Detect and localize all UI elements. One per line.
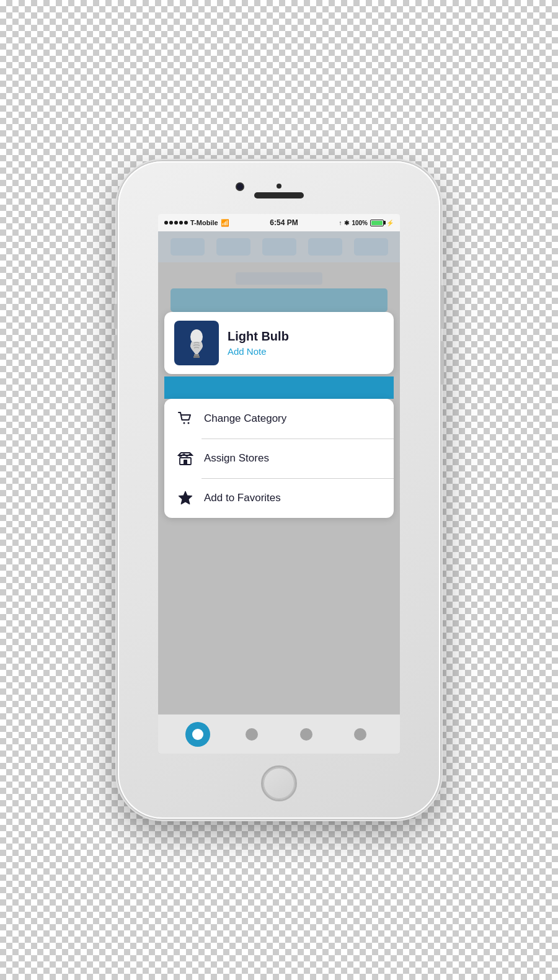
svg-point-5 xyxy=(188,422,190,424)
carrier-label: T-Mobile xyxy=(190,219,218,226)
store-icon xyxy=(177,450,194,467)
svg-point-4 xyxy=(184,422,185,424)
battery-percent: 100% xyxy=(352,220,368,226)
item-header-card: Light Bulb Add Note xyxy=(164,312,394,374)
phone-frame: T-Mobile 📶 6:54 PM ↑ ✱ 100% ⚡ xyxy=(118,161,440,819)
actions-card: Change Category xyxy=(164,399,394,518)
status-right: ↑ ✱ 100% ⚡ xyxy=(339,220,394,226)
signal-dot-2 xyxy=(169,221,173,225)
nav-dot-3 xyxy=(300,728,312,741)
lightbulb-image xyxy=(178,324,215,362)
app-background: Light Bulb Add Note xyxy=(158,231,400,754)
status-time: 6:54 PM xyxy=(270,218,298,227)
nav-dot-4 xyxy=(354,728,366,741)
star-icon xyxy=(177,489,194,507)
context-menu-area: Light Bulb Add Note xyxy=(164,312,394,518)
phone-camera xyxy=(236,182,244,191)
svg-rect-2 xyxy=(194,354,199,356)
assign-stores-item[interactable]: Assign Stores xyxy=(164,439,394,478)
change-category-label: Change Category xyxy=(204,412,286,425)
home-button[interactable] xyxy=(261,765,297,801)
signal-dot-1 xyxy=(164,221,168,225)
carrier-wifi: T-Mobile 📶 xyxy=(190,219,229,227)
item-info: Light Bulb Add Note xyxy=(228,329,384,357)
phone-screen: T-Mobile 📶 6:54 PM ↑ ✱ 100% ⚡ xyxy=(158,214,400,754)
add-favorites-item[interactable]: Add to Favorites xyxy=(164,478,394,518)
item-name: Light Bulb xyxy=(228,329,384,344)
nav-dot-1 xyxy=(192,729,203,740)
phone-speaker xyxy=(254,192,304,198)
signal-dot-4 xyxy=(179,221,183,225)
charging-icon: ⚡ xyxy=(386,220,394,226)
item-image xyxy=(174,321,219,365)
signal-strength xyxy=(164,221,188,225)
nav-item-3[interactable] xyxy=(294,722,319,747)
nav-item-1[interactable] xyxy=(185,722,210,747)
bluetooth-icon: ✱ xyxy=(344,220,349,226)
wifi-icon: 📶 xyxy=(221,219,229,227)
signal-dot-3 xyxy=(174,221,178,225)
svg-rect-3 xyxy=(193,356,200,358)
change-category-item[interactable]: Change Category xyxy=(164,399,394,439)
phone-sensor xyxy=(277,184,281,189)
battery-icon xyxy=(370,220,384,226)
bottom-nav xyxy=(158,714,400,754)
svg-rect-7 xyxy=(184,460,187,465)
nav-item-2[interactable] xyxy=(239,722,264,747)
nav-item-4[interactable] xyxy=(348,722,373,747)
svg-marker-8 xyxy=(179,491,192,504)
blue-strip-divider xyxy=(164,376,394,399)
status-left: T-Mobile 📶 xyxy=(164,219,229,227)
add-note-button[interactable]: Add Note xyxy=(228,346,384,357)
add-favorites-label: Add to Favorites xyxy=(204,492,281,504)
location-icon: ↑ xyxy=(339,220,342,226)
signal-dot-5 xyxy=(184,221,188,225)
status-bar: T-Mobile 📶 6:54 PM ↑ ✱ 100% ⚡ xyxy=(158,214,400,231)
assign-stores-label: Assign Stores xyxy=(204,452,269,465)
nav-dot-2 xyxy=(246,728,258,741)
cart-icon xyxy=(177,410,194,427)
